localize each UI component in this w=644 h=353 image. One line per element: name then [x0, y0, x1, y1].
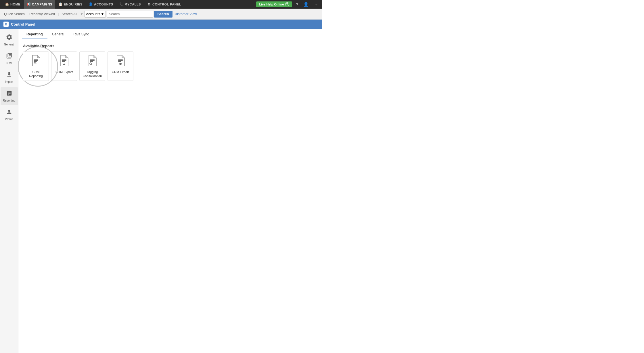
tagging-consolidation-icon — [88, 55, 97, 68]
nav-item-accounts[interactable]: 👤 ACCOUNTS — [86, 0, 116, 9]
accounts-icon: 👤 — [89, 2, 93, 6]
sidebar-item-crm[interactable]: CRM — [1, 50, 18, 68]
sidebar-label-general: General — [4, 43, 14, 46]
reports-grid: CRM Reporting — [23, 51, 317, 81]
home-icon: 🏠 — [5, 2, 9, 6]
sidebar-label-reporting: Reporting — [3, 99, 15, 102]
sidebar-label-profile: Profile — [5, 118, 13, 121]
tab-general[interactable]: General — [47, 30, 69, 39]
search-link[interactable]: Search All — [60, 12, 79, 17]
crm-reporting-label: CRM Reporting — [26, 70, 46, 78]
svg-rect-13 — [90, 61, 93, 62]
crm-export-icon — [116, 55, 125, 68]
sidebar-item-import[interactable]: Import — [1, 68, 18, 87]
logout-icon[interactable]: → — [313, 2, 320, 7]
search-bar: Quick Search Recently Viewed | Search Al… — [0, 9, 322, 20]
control-panel-logo: ⊞ — [3, 22, 9, 27]
crm-icon — [6, 53, 12, 60]
nav-item-mycalls[interactable]: 📞 MYCALLS — [116, 0, 144, 9]
content-body: Available Reports — [18, 39, 322, 85]
svg-rect-2 — [34, 61, 37, 62]
user-icon[interactable]: 👤 — [302, 2, 310, 7]
available-reports-title: Available Reports — [23, 44, 317, 48]
crm-export-label: CRM Export — [112, 70, 129, 74]
top-nav-right: Live Help Online ? ? 👤 → — [256, 1, 320, 7]
reporting-icon — [6, 90, 12, 98]
profile-icon — [6, 109, 12, 117]
report-card-crm-export-2[interactable]: CRM Export — [51, 51, 77, 81]
crm-export-2-icon — [60, 55, 69, 68]
help-circle-icon: ? — [285, 2, 289, 6]
svg-rect-4 — [34, 64, 37, 64]
svg-rect-18 — [118, 61, 121, 62]
svg-rect-12 — [90, 60, 95, 61]
sidebar: General CRM Import Reporting Profile — [0, 29, 18, 353]
sidebar-item-reporting[interactable]: Reporting — [1, 87, 18, 105]
tabs-bar: Reporting General Riva Sync — [18, 30, 322, 39]
sidebar-label-import: Import — [5, 80, 13, 84]
gear-icon — [6, 34, 12, 42]
control-panel-title: Control Panel — [11, 22, 35, 26]
svg-rect-16 — [118, 59, 123, 60]
dropdown-arrow-icon: ▼ — [101, 12, 104, 16]
control-panel-header: ⊞ Control Panel — [0, 20, 322, 29]
svg-rect-3 — [34, 62, 36, 63]
search-input[interactable] — [107, 11, 153, 18]
quick-search-link[interactable]: Quick Search — [2, 12, 26, 17]
svg-rect-0 — [34, 59, 38, 60]
svg-rect-7 — [62, 61, 65, 62]
search-button[interactable]: Search — [154, 11, 172, 18]
report-card-tagging[interactable]: Tagging Consolidation — [79, 51, 105, 81]
live-help-button[interactable]: Live Help Online ? — [256, 1, 292, 7]
campaigns-icon: 📢 — [27, 2, 31, 6]
mycalls-icon: 📞 — [119, 2, 123, 6]
sidebar-item-general[interactable]: General — [1, 31, 18, 49]
search-type-dropdown[interactable]: Accounts ▼ — [85, 11, 106, 18]
report-card-crm-export[interactable]: CRM Export — [108, 51, 133, 81]
nav-item-home[interactable]: 🏠 HOME — [2, 0, 23, 9]
separator-1: | — [58, 12, 59, 16]
crm-reporting-icon — [31, 55, 41, 68]
report-card-crm-reporting[interactable]: CRM Reporting — [23, 51, 49, 81]
svg-rect-11 — [90, 59, 95, 60]
enquiries-icon: 📋 — [59, 2, 63, 6]
import-icon — [6, 71, 12, 79]
recently-viewed-link[interactable]: Recently Viewed — [28, 12, 57, 17]
main-layout: General CRM Import Reporting Profile — [0, 29, 322, 353]
nav-item-enquiries[interactable]: 📋 ENQUIRIES — [56, 0, 85, 9]
tab-riva-sync[interactable]: Riva Sync — [69, 30, 93, 39]
content-area: Reporting General Riva Sync Available Re… — [18, 29, 322, 353]
sidebar-item-profile[interactable]: Profile — [1, 106, 18, 124]
tagging-consolidation-label: Tagging Consolidation — [82, 70, 103, 78]
svg-rect-1 — [34, 60, 38, 61]
nav-item-control-panel[interactable]: ⚙ CONTROL PANEL — [144, 0, 184, 9]
tab-reporting[interactable]: Reporting — [22, 30, 47, 39]
customer-view-link[interactable]: Customer View — [174, 12, 197, 16]
crm-export-2-label: CRM Export — [55, 70, 73, 74]
sidebar-label-crm: CRM — [6, 62, 12, 65]
separator-2: ▼ — [80, 12, 83, 16]
top-nav-bar: 🏠 HOME 📢 CAMPAIGNS 📋 ENQUIRIES 👤 ACCOUNT… — [0, 0, 322, 9]
help-icon[interactable]: ? — [294, 2, 300, 7]
control-panel-icon: ⚙ — [147, 2, 151, 6]
svg-rect-17 — [118, 60, 123, 61]
svg-rect-5 — [62, 59, 66, 60]
nav-item-campaigns[interactable]: 📢 CAMPAIGNS — [24, 0, 55, 9]
svg-rect-6 — [62, 60, 66, 61]
